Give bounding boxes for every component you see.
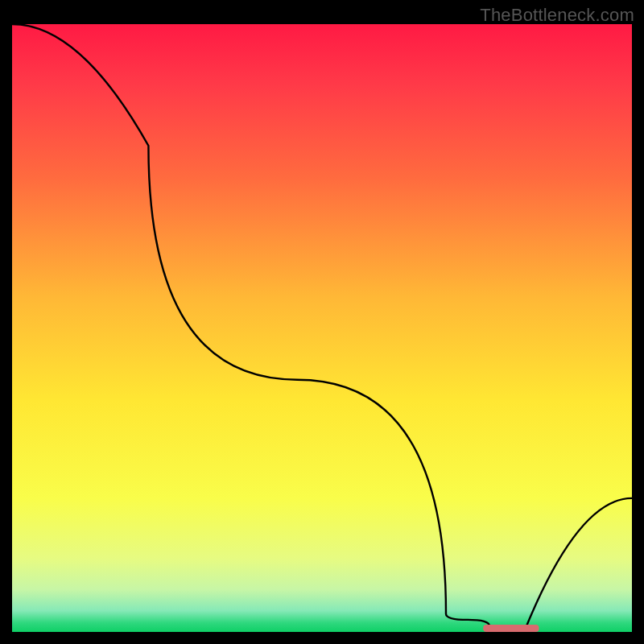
- chart-frame: [12, 24, 632, 632]
- optimal-range-marker: [483, 625, 539, 632]
- bottleneck-chart: [12, 24, 632, 632]
- chart-background: [12, 24, 632, 632]
- watermark-text: TheBottleneck.com: [480, 5, 634, 26]
